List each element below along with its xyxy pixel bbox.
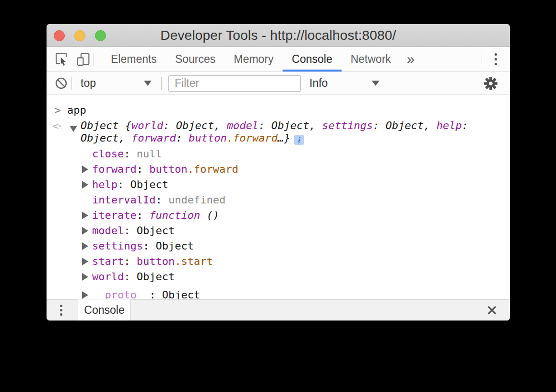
- clear-console-button[interactable]: [50, 73, 71, 94]
- inspect-element-button[interactable]: [51, 49, 72, 70]
- ban-icon: [55, 77, 68, 90]
- property-row[interactable]: start: button.start: [47, 254, 510, 269]
- property-row[interactable]: close: null: [47, 146, 510, 162]
- info-icon: i: [294, 135, 304, 145]
- kebab-menu-icon: [60, 309, 62, 311]
- settings-button[interactable]: [480, 73, 501, 94]
- property-text: forward: button.forward: [92, 163, 238, 175]
- kebab-menu-icon: [495, 53, 497, 56]
- property-text: intervalId: undefined: [92, 194, 225, 206]
- console-toolbar: top Info: [47, 72, 510, 95]
- property-text: world: Object: [92, 271, 175, 283]
- toolbar-separator: [482, 53, 482, 66]
- expand-triangle-icon[interactable]: [82, 166, 88, 173]
- kebab-menu-icon: [495, 58, 497, 60]
- log-level-value: Info: [309, 77, 328, 90]
- panel-tabs: Elements Sources Memory Console Network: [102, 47, 400, 71]
- toolbar-separator: [94, 53, 94, 66]
- tab-console[interactable]: Console: [283, 47, 341, 71]
- console-input-text: app: [47, 104, 510, 117]
- expand-triangle-icon[interactable]: [82, 258, 88, 265]
- close-icon: [487, 305, 497, 315]
- expand-triangle-icon[interactable]: [82, 227, 88, 235]
- kebab-menu-icon: [60, 305, 62, 307]
- property-text: settings: Object: [92, 240, 194, 252]
- property-row[interactable]: model: Object: [47, 223, 510, 238]
- minimize-window-button[interactable]: [74, 30, 85, 41]
- more-tabs-button[interactable]: »: [400, 47, 421, 71]
- kebab-menu-icon: [495, 63, 497, 65]
- tab-sources[interactable]: Sources: [166, 47, 225, 71]
- property-row[interactable]: forward: button.forward: [47, 162, 510, 177]
- main-toolbar: Elements Sources Memory Console Network …: [47, 47, 510, 72]
- frame-context-value: top: [81, 77, 96, 90]
- tab-network[interactable]: Network: [342, 47, 400, 71]
- property-text: start: button.start: [92, 255, 213, 267]
- property-text: close: null: [92, 148, 162, 160]
- property-row[interactable]: world: Object: [47, 269, 510, 285]
- property-text: __proto__: Object: [92, 289, 200, 299]
- toolbar-separator: [161, 77, 162, 90]
- device-toolbar-button[interactable]: [72, 49, 94, 70]
- object-preview[interactable]: Object {world: Object, model: Object, se…: [81, 119, 470, 145]
- toolbar-separator: [71, 77, 72, 90]
- console-output: > app <· Object {world: Object, model: O…: [47, 95, 510, 299]
- chevron-down-icon: [372, 81, 379, 86]
- console-input-entry: > app: [47, 103, 510, 118]
- property-text: model: Object: [92, 225, 175, 237]
- console-result-entry: <· Object {world: Object, model: Object,…: [47, 118, 510, 146]
- close-window-button[interactable]: [54, 30, 65, 41]
- chevron-down-icon: [144, 81, 152, 86]
- gear-icon: [484, 76, 498, 91]
- main-menu-button[interactable]: [487, 50, 504, 69]
- object-preview-text: Object {world: Object, model: Object, se…: [81, 119, 468, 144]
- window-title: Developer Tools - http://localhost:8080/: [160, 28, 396, 43]
- expand-triangle-icon[interactable]: [82, 181, 88, 189]
- property-row[interactable]: intervalId: undefined: [47, 192, 510, 208]
- drawer-tab-console[interactable]: Console: [78, 299, 131, 321]
- devtools-window: Developer Tools - http://localhost:8080/…: [47, 24, 510, 321]
- property-row[interactable]: help: Object: [47, 177, 510, 192]
- expand-triangle-icon[interactable]: [82, 273, 88, 281]
- tab-memory[interactable]: Memory: [225, 47, 283, 71]
- tab-elements[interactable]: Elements: [102, 47, 166, 71]
- inspect-cursor-icon: [55, 52, 70, 67]
- traffic-lights: [54, 24, 106, 47]
- log-level-select[interactable]: Info: [309, 72, 383, 95]
- zoom-window-button[interactable]: [95, 30, 106, 41]
- frame-context-select[interactable]: top: [74, 72, 159, 95]
- expand-triangle-icon[interactable]: [82, 242, 88, 250]
- property-row[interactable]: __proto__: Object: [47, 287, 510, 299]
- property-text: iterate: function (): [92, 209, 219, 221]
- close-drawer-button[interactable]: [481, 299, 502, 321]
- drawer-bar: Console: [47, 299, 510, 321]
- object-properties: close: null forward: button.forward help…: [47, 146, 510, 299]
- expand-triangle-icon[interactable]: [82, 212, 88, 219]
- titlebar: Developer Tools - http://localhost:8080/: [47, 24, 510, 47]
- drawer-menu-button[interactable]: [51, 299, 71, 321]
- kebab-menu-icon: [60, 313, 62, 316]
- console-prompt-icon: >: [55, 104, 61, 117]
- property-row[interactable]: iterate: function (): [47, 208, 510, 223]
- collapse-triangle-icon[interactable]: [70, 126, 77, 132]
- device-toolbar-icon: [76, 52, 91, 67]
- result-arrow-icon: <·: [52, 120, 61, 132]
- filter-input[interactable]: [168, 75, 301, 92]
- expand-triangle-icon[interactable]: [82, 291, 88, 299]
- property-text: help: Object: [92, 178, 168, 190]
- property-row[interactable]: settings: Object: [47, 238, 510, 254]
